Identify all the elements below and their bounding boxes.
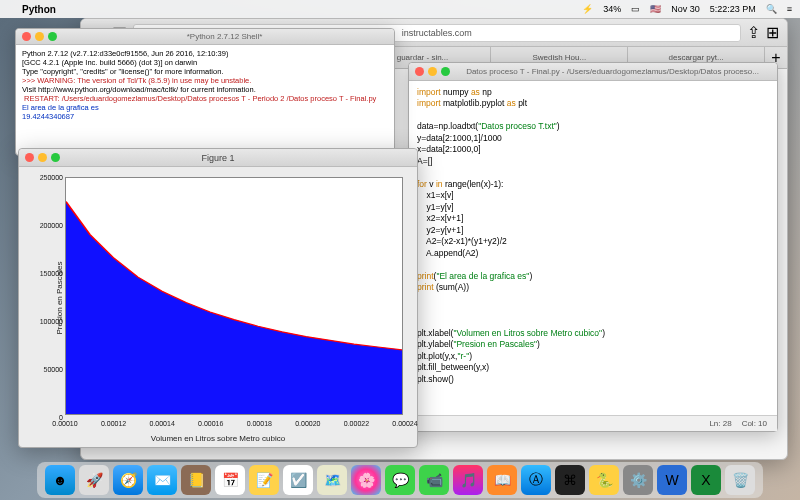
chart-svg: [66, 178, 402, 414]
chart-ytick: 200000: [37, 222, 63, 229]
dock-app-finder[interactable]: ☻: [45, 465, 75, 495]
dock: ☻ 🚀 🧭 ✉️ 📒 📅 📝 ☑️ 🗺️ 🌸 💬 📹 🎵 📖 Ⓐ ⌘ 🐍 ⚙️ …: [37, 462, 763, 498]
dock-app-reminders[interactable]: ☑️: [283, 465, 313, 495]
minimize-icon[interactable]: [428, 67, 437, 76]
shell-output[interactable]: Python 2.7.12 (v2.7.12:d33e0cf91556, Jun…: [16, 45, 394, 125]
status-col: Col: 10: [742, 419, 767, 428]
dock-app-launchpad[interactable]: 🚀: [79, 465, 109, 495]
chart-xtick: 0.00024: [392, 420, 417, 427]
menu-bar: Python ⚡ 34% ▭ 🇺🇸 Nov 30 5:22:23 PM 🔍 ≡: [0, 0, 800, 18]
figure-title-text: Figure 1: [201, 153, 234, 163]
chart-xtick: 0.00010: [52, 420, 77, 427]
chart-ytick: 50000: [37, 366, 63, 373]
dock-app-appstore[interactable]: Ⓐ: [521, 465, 551, 495]
close-icon[interactable]: [25, 153, 34, 162]
dock-app-messages[interactable]: 💬: [385, 465, 415, 495]
dock-app-calendar[interactable]: 📅: [215, 465, 245, 495]
menu-extra-icon[interactable]: ≡: [787, 4, 792, 14]
wifi-icon[interactable]: ⚡: [582, 4, 593, 14]
dock-app-notes[interactable]: 📝: [249, 465, 279, 495]
status-line: Ln: 28: [709, 419, 731, 428]
dock-app-maps[interactable]: 🗺️: [317, 465, 347, 495]
shell-title-text: *Python 2.7.12 Shell*: [187, 32, 263, 41]
chart-ytick: 150000: [37, 270, 63, 277]
editor-code-area[interactable]: import numpy as np import matplotlib.pyp…: [409, 81, 777, 391]
dock-app-settings[interactable]: ⚙️: [623, 465, 653, 495]
shell-window: *Python 2.7.12 Shell* Python 2.7.12 (v2.…: [15, 28, 395, 156]
share-icon[interactable]: ⇪: [747, 23, 760, 42]
chart-plot-area: [65, 177, 403, 415]
dock-app-excel[interactable]: X: [691, 465, 721, 495]
editor-title-text: Datos proceso T - Final.py - /Users/edua…: [466, 67, 759, 76]
figure-window: Figure 1 Presion en Pascales Volumen en …: [18, 148, 418, 448]
dock-app-safari[interactable]: 🧭: [113, 465, 143, 495]
dock-app-mail[interactable]: ✉️: [147, 465, 177, 495]
spotlight-icon[interactable]: 🔍: [766, 4, 777, 14]
zoom-icon[interactable]: [48, 32, 57, 41]
editor-titlebar[interactable]: Datos proceso T - Final.py - /Users/edua…: [409, 63, 777, 81]
chart-xtick: 0.00014: [149, 420, 174, 427]
menu-time: 5:22:23 PM: [710, 4, 756, 14]
battery-icon[interactable]: ▭: [631, 4, 640, 14]
zoom-icon[interactable]: [441, 67, 450, 76]
menu-date: Nov 30: [671, 4, 700, 14]
dock-app-facetime[interactable]: 📹: [419, 465, 449, 495]
dock-app-photos[interactable]: 🌸: [351, 465, 381, 495]
chart-xtick: 0.00016: [198, 420, 223, 427]
zoom-icon[interactable]: [51, 153, 60, 162]
close-icon[interactable]: [415, 67, 424, 76]
close-icon[interactable]: [22, 32, 31, 41]
chart-xtick: 0.00018: [247, 420, 272, 427]
dock-app-itunes[interactable]: 🎵: [453, 465, 483, 495]
chart-xtick: 0.00012: [101, 420, 126, 427]
minimize-icon[interactable]: [38, 153, 47, 162]
chart-ytick: 250000: [37, 174, 63, 181]
chart-xlabel: Volumen en Litros sobre Metro cubico: [19, 434, 417, 443]
battery-percent: 34%: [603, 4, 621, 14]
dock-app-idle[interactable]: 🐍: [589, 465, 619, 495]
chart-xtick: 0.00022: [344, 420, 369, 427]
minimize-icon[interactable]: [35, 32, 44, 41]
dock-app-ibooks[interactable]: 📖: [487, 465, 517, 495]
app-menu-name[interactable]: Python: [22, 4, 56, 15]
dock-app-trash[interactable]: 🗑️: [725, 465, 755, 495]
figure-titlebar[interactable]: Figure 1: [19, 149, 417, 167]
chart-ytick: 100000: [37, 318, 63, 325]
shell-titlebar[interactable]: *Python 2.7.12 Shell*: [16, 29, 394, 45]
dock-app-terminal[interactable]: ⌘: [555, 465, 585, 495]
tabs-icon[interactable]: ⊞: [766, 23, 779, 42]
locale-flag[interactable]: 🇺🇸: [650, 4, 661, 14]
dock-app-word[interactable]: W: [657, 465, 687, 495]
editor-window: Datos proceso T - Final.py - /Users/edua…: [408, 62, 778, 432]
dock-app-contacts[interactable]: 📒: [181, 465, 211, 495]
chart-xtick: 0.00020: [295, 420, 320, 427]
editor-statusbar: Ln: 28 Col: 10: [409, 415, 777, 431]
